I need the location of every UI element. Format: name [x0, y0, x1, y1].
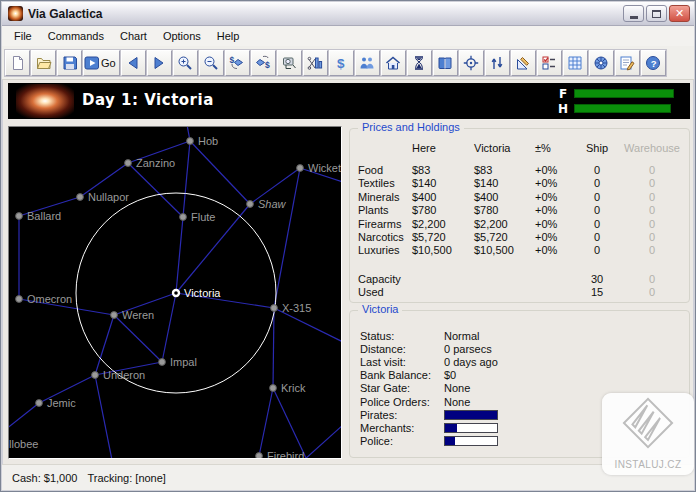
gauge-track: [444, 423, 498, 433]
chart-edit-button[interactable]: [511, 50, 536, 76]
sell-goods-button[interactable]: $: [251, 50, 276, 76]
price-victoria: $10,500: [474, 244, 535, 256]
dollar-icon: $: [333, 55, 349, 71]
summary-label: Used: [358, 286, 412, 298]
map-star-label: Zanzino: [136, 157, 175, 169]
checklist-button[interactable]: [537, 50, 562, 76]
meter-f: F: [556, 86, 674, 101]
meter-fill: [574, 104, 671, 113]
target-crosshair-icon: [463, 55, 479, 71]
price-change: +0%: [535, 191, 575, 203]
commodity-name: Textiles: [358, 177, 412, 189]
app-icon: [8, 6, 23, 21]
info-row: Last visit: 0 days ago: [360, 355, 683, 368]
table-row: Used150: [358, 286, 687, 299]
minimize-icon: [630, 16, 638, 19]
ship-qty: 0: [575, 164, 619, 176]
menu-options[interactable]: Options: [155, 28, 209, 44]
menu-file[interactable]: File: [6, 28, 40, 44]
warehouse-qty: 0: [619, 218, 685, 230]
price-change: +0%: [535, 164, 575, 176]
sort-arrows-button[interactable]: [485, 50, 510, 76]
price-here: $10,500: [412, 244, 474, 256]
map-star-hollobee[interactable]: Hollobee: [9, 438, 38, 450]
banner: Day 1: Victoria F H: [8, 83, 690, 119]
tracking-status: Tracking: [none]: [87, 472, 165, 484]
map-star-label: Victoria: [184, 287, 221, 299]
commodity-name: Food: [358, 164, 412, 176]
info-row: Status: Normal: [360, 329, 683, 342]
equipment-plug-button[interactable]: [277, 50, 302, 76]
menu-bar: FileCommandsChartOptionsHelp: [2, 26, 694, 47]
gear-wheel-icon: [593, 55, 609, 71]
table-row: Firearms$2,200$2,200+0%00: [358, 217, 687, 230]
zoom-in-button[interactable]: [173, 50, 198, 76]
toolbar: Go$$$?: [2, 46, 694, 80]
book-log-button[interactable]: [433, 50, 458, 76]
grid-button[interactable]: [563, 50, 588, 76]
info-row: Distance: 0 parsecs: [360, 342, 683, 355]
new-file-button[interactable]: [5, 50, 30, 76]
info-label: Star Gate:: [360, 382, 444, 394]
notepad-edit-button[interactable]: [615, 50, 640, 76]
price-change: +0%: [535, 231, 575, 243]
map-star-label: Hob: [198, 135, 218, 147]
save-floppy-button[interactable]: [57, 50, 82, 76]
menu-commands[interactable]: Commands: [40, 28, 112, 44]
people-button[interactable]: [355, 50, 380, 76]
hourglass-button[interactable]: [407, 50, 432, 76]
target-crosshair-button[interactable]: [459, 50, 484, 76]
gauge-fill: [445, 437, 455, 445]
gear-wheel-button[interactable]: [589, 50, 614, 76]
home-button[interactable]: [381, 50, 406, 76]
price-victoria: $83: [474, 164, 535, 176]
summary-label: Capacity: [358, 273, 412, 285]
col-here: Here: [412, 142, 474, 154]
help-button[interactable]: ?: [641, 50, 666, 76]
price-change: +0%: [535, 244, 575, 256]
price-change: +0%: [535, 177, 575, 189]
price-victoria: $2,200: [474, 218, 535, 230]
close-button[interactable]: ✕: [669, 5, 690, 22]
title-bar[interactable]: Via Galactica ✕: [2, 2, 694, 26]
menu-chart[interactable]: Chart: [112, 28, 155, 44]
go-play-button[interactable]: Go: [83, 50, 120, 76]
back-arrow-button[interactable]: [121, 50, 146, 76]
info-label: Bank Balance:: [360, 369, 444, 381]
open-folder-icon: [36, 55, 52, 71]
prices-table: HereVictoria±%ShipWarehouseFood$83$83+0%…: [358, 141, 687, 299]
info-value: $0: [444, 369, 683, 381]
planet-panel-title: Victoria: [358, 303, 402, 315]
info-label: Last visit:: [360, 356, 444, 368]
info-label: Status:: [360, 330, 444, 342]
info-value: 0 parsecs: [444, 343, 683, 355]
open-folder-button[interactable]: [31, 50, 56, 76]
warehouse-qty: 0: [619, 231, 685, 243]
map-star-label: Weren: [122, 309, 154, 321]
menu-help[interactable]: Help: [209, 28, 248, 44]
buy-goods-button[interactable]: $: [225, 50, 250, 76]
table-row: Luxuries$10,500$10,500+0%00: [358, 244, 687, 257]
forward-arrow-button[interactable]: [147, 50, 172, 76]
star-map[interactable]: HobZanzinoWicketNullaporShawBallardFlute…: [8, 126, 342, 459]
col-warehouse: Warehouse: [619, 142, 685, 154]
sort-arrows-icon: [489, 55, 505, 71]
buy-goods-icon: $: [229, 55, 245, 71]
hourglass-icon: [411, 55, 427, 71]
summary-ship: 15: [575, 286, 619, 298]
info-label: Distance:: [360, 343, 444, 355]
map-star-label: Jemic: [47, 397, 76, 409]
maximize-button[interactable]: [646, 5, 667, 22]
dollar-button[interactable]: $: [329, 50, 354, 76]
cash-status: Cash: $1,000: [12, 472, 77, 484]
minimize-button[interactable]: [623, 5, 644, 22]
map-star-label: Krick: [281, 382, 306, 394]
zoom-in-icon: [177, 55, 193, 71]
zoom-out-button[interactable]: [199, 50, 224, 76]
warehouse-qty: 0: [619, 244, 685, 256]
map-star-label: Flute: [191, 211, 215, 223]
equipment-plug-icon: [281, 55, 297, 71]
col-pct: ±%: [535, 142, 575, 154]
ship-qty: 0: [575, 177, 619, 189]
price-cut-chart-button[interactable]: [303, 50, 328, 76]
